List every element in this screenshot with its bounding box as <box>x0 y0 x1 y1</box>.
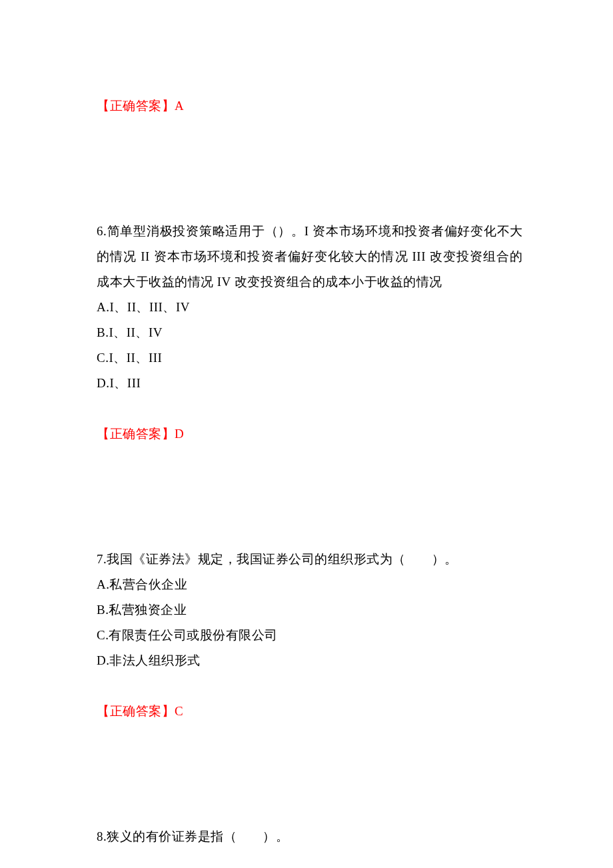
answer-letter: C <box>175 704 183 718</box>
option-d: D.I、III <box>97 371 523 396</box>
spacer <box>97 724 523 824</box>
option-a: A.私营合伙企业 <box>97 572 523 597</box>
answer-letter: D <box>175 427 184 441</box>
answer-letter: A <box>175 99 184 113</box>
question-8: 8.狭义的有价证券是指（ ）。 <box>97 824 523 849</box>
option-b: B.私营独资企业 <box>97 597 523 623</box>
answer-label: 【正确答案】 <box>97 99 175 113</box>
option-b: B.I、II、IV <box>97 320 523 345</box>
spacer <box>97 447 523 547</box>
answer-label: 【正确答案】 <box>97 427 175 441</box>
question-6: 6.简单型消极投资策略适用于（）。I 资本市场环境和投资者偏好变化不大的情况 I… <box>97 219 523 447</box>
question-stem: 8.狭义的有价证券是指（ ）。 <box>97 824 523 849</box>
question-stem: 6.简单型消极投资策略适用于（）。I 资本市场环境和投资者偏好变化不大的情况 I… <box>97 219 523 295</box>
question-stem: 7.我国《证券法》规定，我国证券公司的组织形式为（ ）。 <box>97 547 523 572</box>
option-a: A.I、II、III、IV <box>97 295 523 320</box>
answer-label: 【正确答案】 <box>97 704 175 718</box>
option-c: C.有限责任公司或股份有限公司 <box>97 623 523 648</box>
spacer <box>97 396 523 421</box>
question-7: 7.我国《证券法》规定，我国证券公司的组织形式为（ ）。 A.私营合伙企业 B.… <box>97 547 523 724</box>
answer-5: 【正确答案】A <box>97 93 523 119</box>
spacer <box>97 119 523 219</box>
option-c: C.I、II、III <box>97 345 523 371</box>
option-d: D.非法人组织形式 <box>97 648 523 673</box>
spacer <box>97 673 523 699</box>
